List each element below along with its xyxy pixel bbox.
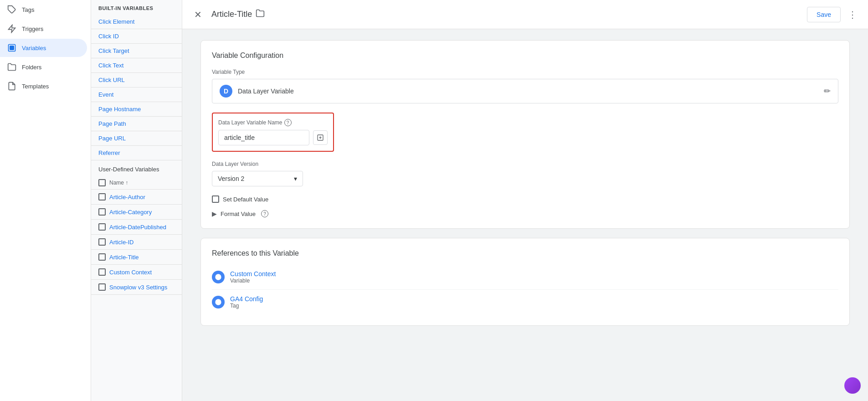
save-button[interactable]: Save [807, 7, 841, 22]
dl-version-label: Data Layer Version [212, 161, 838, 167]
builtin-page-url[interactable]: Page URL [91, 131, 182, 146]
builtin-click-element[interactable]: Click Element [91, 15, 182, 29]
tag-icon [7, 5, 16, 14]
bolt-icon [7, 24, 16, 33]
folder-icon-title [256, 9, 265, 20]
builtin-referrer[interactable]: Referrer [91, 146, 182, 160]
dl-var-name-input-row [218, 130, 328, 145]
ud-checkbox-custom-context[interactable] [98, 268, 106, 276]
ud-checkbox-article-datepublished[interactable] [98, 223, 106, 231]
variable-config-title: Variable Configuration [212, 51, 838, 60]
user-defined-section-header: User-Defined Variables [91, 160, 182, 176]
ud-label-snowplow: Snowplow v3 Settings [109, 284, 167, 291]
top-bar: ✕ Article-Title Save ⋮ [182, 0, 868, 29]
sidebar-item-tags-label: Tags [22, 6, 34, 13]
ud-checkbox-article-category[interactable] [98, 208, 106, 216]
ref-item-ga4-config[interactable]: GA4 Config Tag [212, 290, 838, 314]
cube-icon [7, 43, 16, 52]
ref-ga4-config-name: GA4 Config [230, 295, 263, 303]
builtin-event[interactable]: Event [91, 87, 182, 102]
format-value-row[interactable]: ▶ Format Value ? [212, 210, 838, 217]
ud-label-article-id: Article-ID [109, 239, 134, 246]
variable-type-left: D Data Layer Variable [220, 85, 294, 98]
file-icon [7, 82, 16, 91]
more-button[interactable]: ⋮ [844, 6, 861, 23]
format-value-label: Format Value [221, 211, 256, 217]
select-all-checkbox[interactable] [98, 179, 106, 186]
sidebar: Tags Triggers Variables Folders Template… [0, 0, 91, 401]
ud-label-article-category: Article-Category [109, 209, 152, 216]
builtin-click-text[interactable]: Click Text [91, 58, 182, 73]
set-default-value-label: Set Default Value [223, 196, 268, 203]
variable-type-name: Data Layer Variable [238, 87, 294, 95]
variable-config-card: Variable Configuration Variable Type D D… [200, 40, 850, 229]
ud-item-custom-context[interactable]: Custom Context [91, 265, 182, 280]
ud-label-article-author: Article-Author [109, 194, 145, 200]
references-card: References to this Variable Custom Conte… [200, 238, 850, 326]
dl-version-select[interactable]: Version 2 ▾ [212, 171, 303, 186]
sidebar-item-variables[interactable]: Variables [0, 39, 87, 57]
folder-icon [7, 62, 16, 72]
set-default-value-checkbox[interactable] [212, 195, 219, 203]
ud-label-article-datepublished: Article-DatePublished [109, 224, 166, 231]
middle-panel: Built-In Variables Click Element Click I… [91, 0, 182, 401]
sidebar-item-variables-label: Variables [22, 45, 46, 51]
variable-type-label: Variable Type [212, 69, 838, 75]
set-default-value-row: Set Default Value [212, 195, 838, 203]
builtin-click-target[interactable]: Click Target [91, 44, 182, 58]
sidebar-item-folders[interactable]: Folders [0, 58, 87, 76]
top-actions: Save ⋮ [807, 6, 861, 23]
ud-checkbox-article-title[interactable] [98, 253, 106, 261]
references-card-title: References to this Variable [212, 249, 838, 257]
edit-variable-type-icon[interactable]: ✏ [824, 86, 831, 96]
ud-checkbox-snowplow[interactable] [98, 283, 106, 291]
ref-custom-context-name: Custom Context [230, 270, 276, 278]
ud-checkbox-article-author[interactable] [98, 193, 106, 200]
main-content: ✕ Article-Title Save ⋮ Variable Configur… [182, 0, 868, 401]
page-title-text: Article-Title [211, 10, 252, 19]
ref-custom-context-type: Variable [230, 278, 276, 284]
builtin-page-path[interactable]: Page Path [91, 117, 182, 131]
sidebar-item-folders-label: Folders [22, 64, 41, 71]
ref-ga4-config-type: Tag [230, 303, 263, 309]
content-area: Variable Configuration Variable Type D D… [182, 29, 868, 401]
ud-item-article-category[interactable]: Article-Category [91, 205, 182, 220]
insert-variable-button[interactable] [313, 130, 328, 145]
ud-item-article-title[interactable]: Article-Title [91, 250, 182, 265]
builtin-click-url[interactable]: Click URL [91, 73, 182, 87]
ud-item-snowplow[interactable]: Snowplow v3 Settings [91, 280, 182, 295]
close-button[interactable]: ✕ [190, 6, 206, 23]
ud-item-article-datepublished[interactable]: Article-DatePublished [91, 220, 182, 235]
builtin-click-id[interactable]: Click ID [91, 29, 182, 44]
dl-version-value: Version 2 [218, 175, 244, 182]
ref-ga4-config-info: GA4 Config Tag [230, 295, 263, 309]
variable-type-row[interactable]: D Data Layer Variable ✏ [212, 79, 838, 103]
sidebar-item-templates-label: Templates [22, 83, 49, 90]
builtin-section-header: Built-In Variables [91, 0, 182, 15]
svg-marker-1 [9, 25, 15, 33]
dl-var-name-input[interactable] [218, 130, 309, 145]
ud-label-custom-context: Custom Context [109, 269, 152, 276]
page-title: Article-Title [211, 9, 801, 20]
ref-item-custom-context[interactable]: Custom Context Variable [212, 265, 838, 290]
data-layer-icon: D [220, 85, 232, 98]
sidebar-item-templates[interactable]: Templates [0, 77, 87, 95]
avatar[interactable] [844, 377, 861, 394]
svg-rect-3 [10, 46, 14, 50]
sidebar-item-triggers[interactable]: Triggers [0, 20, 87, 38]
ref-custom-context-icon [212, 271, 225, 283]
dl-var-name-section: Data Layer Variable Name ? [212, 113, 334, 152]
ud-item-article-author[interactable]: Article-Author [91, 190, 182, 205]
builtin-page-hostname[interactable]: Page Hostname [91, 102, 182, 117]
ud-label-article-title: Article-Title [109, 254, 139, 261]
ref-ga4-config-icon [212, 296, 225, 308]
sidebar-item-triggers-label: Triggers [22, 26, 43, 32]
format-value-info-icon[interactable]: ? [261, 210, 268, 217]
ud-checkbox-article-id[interactable] [98, 238, 106, 246]
ud-item-article-id[interactable]: Article-ID [91, 235, 182, 250]
ud-table-header: Name ↑ [91, 176, 182, 190]
name-col-header: Name ↑ [109, 180, 128, 186]
sidebar-item-tags[interactable]: Tags [0, 0, 87, 19]
format-value-chevron-icon: ▶ [212, 210, 217, 217]
dl-var-name-info-icon[interactable]: ? [284, 119, 292, 126]
